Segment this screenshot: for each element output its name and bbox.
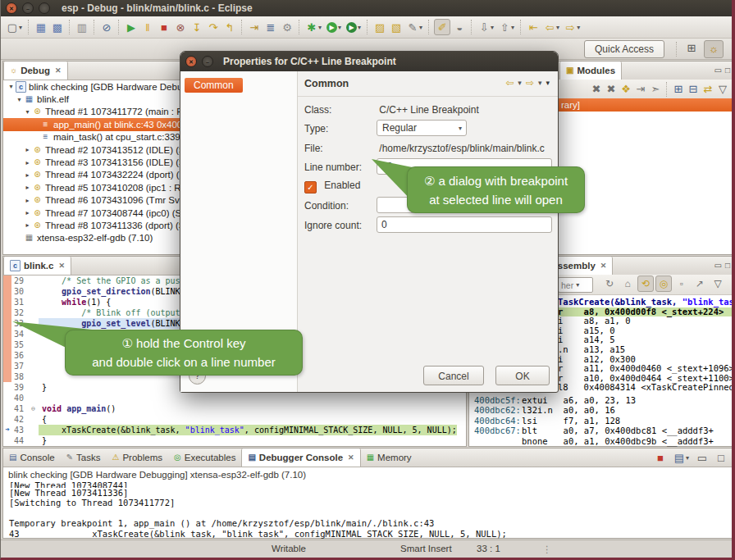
- location-input[interactable]: her ▾: [558, 277, 593, 293]
- toolbar-annotate-button[interactable]: ✎▾: [405, 19, 424, 35]
- debug-tree-row[interactable]: ▾▦blink.elf: [3, 93, 189, 105]
- status-drag-handle[interactable]: ⋮: [542, 544, 552, 555]
- tab-executables[interactable]: ◎Executables: [168, 448, 241, 467]
- tab-console[interactable]: ▤Console: [3, 448, 61, 467]
- view-menu-icon[interactable]: ▾: [546, 79, 550, 87]
- toolbar-last-edit-location-button[interactable]: ⇤: [526, 19, 541, 35]
- toolbar-suspend-button[interactable]: ‖: [140, 19, 155, 35]
- debug-tree-row[interactable]: ≡main_task() at cpu_start.c:339 0x4: [3, 131, 189, 143]
- debug-tree-row[interactable]: ▸⊛Thread #5 1073410208 (ipc1 : Runni: [3, 181, 189, 193]
- toolbar-maximize-button[interactable]: □: [714, 449, 728, 466]
- forward-icon[interactable]: ⇨: [526, 77, 534, 89]
- toolbar-instruction-stepping-button[interactable]: ⇥: [247, 19, 262, 35]
- line-number[interactable]: 35: [11, 339, 31, 350]
- close-icon[interactable]: ✕: [55, 66, 62, 75]
- toolbar-remove-button[interactable]: ✖: [590, 81, 603, 98]
- toolbar-skip-all-breakpoints-button[interactable]: ⊘: [99, 19, 114, 35]
- toolbar-sync-pc-button[interactable]: ⟲: [637, 275, 654, 292]
- debug-perspective-button[interactable]: ☼: [704, 40, 724, 58]
- toolbar-save-button[interactable]: ▦: [34, 19, 48, 35]
- line-number[interactable]: 43: [11, 425, 31, 435]
- close-icon[interactable]: ✕: [348, 453, 354, 462]
- minimize-icon[interactable]: ▭: [714, 262, 722, 270]
- toolbar-resume-button[interactable]: ▶: [124, 19, 139, 35]
- toolbar-home-button[interactable]: ⌂: [619, 275, 636, 292]
- minimize-icon[interactable]: ▭: [714, 66, 722, 75]
- enabled-checkbox[interactable]: ✓: [304, 181, 317, 193]
- close-icon[interactable]: ✕: [58, 262, 65, 270]
- debug-tree-row[interactable]: ▸⊛Thread #7 1073408744 (ipc0) (Susp: [3, 207, 189, 219]
- toolbar-terminate-console-button[interactable]: ■: [653, 449, 668, 466]
- line-number[interactable]: 37: [11, 361, 31, 371]
- chevron-right-icon[interactable]: ▸: [23, 146, 32, 153]
- debug-tree-row[interactable]: ▾⊛Thread #1 1073411772 (main : Runn: [3, 106, 189, 118]
- line-number[interactable]: 39: [11, 382, 31, 393]
- close-icon[interactable]: ✕: [600, 262, 607, 270]
- line-number[interactable]: 34: [11, 329, 31, 339]
- toolbar-collapse-all-button[interactable]: ⊟: [687, 81, 700, 98]
- line-number[interactable]: 44: [11, 435, 31, 446]
- line-number[interactable]: 31: [11, 297, 31, 307]
- debug-tree-row[interactable]: ▾cblink checking [GDB Hardware Debug: [3, 80, 189, 93]
- ok-button[interactable]: OK: [495, 366, 550, 385]
- toolbar-step-over-button[interactable]: ↷: [206, 19, 221, 35]
- window-maximize-icon[interactable]: [39, 2, 50, 14]
- toolbar-forward-button[interactable]: ⇨▾: [563, 19, 582, 35]
- back-menu-icon[interactable]: ▾: [518, 79, 522, 87]
- toolbar-refresh-button[interactable]: ↻: [601, 275, 618, 292]
- toolbar-binary-console-button[interactable]: ▥: [75, 19, 89, 35]
- toolbar-toggle-block-button[interactable]: ◒: [452, 19, 467, 35]
- maximize-icon[interactable]: □: [725, 66, 730, 75]
- tab-debugger-console[interactable]: ▤Debugger Console✕: [241, 448, 360, 467]
- debug-tree-row[interactable]: ≡app_main() at blink.c:43 0x400dbc: [3, 118, 189, 130]
- chevron-right-icon[interactable]: ▸: [23, 184, 32, 191]
- line-number[interactable]: 29: [11, 275, 31, 286]
- toolbar-pin-button[interactable]: ↗: [692, 275, 708, 292]
- toolbar-display-selected-console-button[interactable]: ▤▾: [672, 449, 691, 466]
- chevron-down-icon[interactable]: ▾: [23, 108, 32, 116]
- line-number[interactable]: 45: [11, 446, 31, 447]
- line-number[interactable]: 42: [11, 414, 31, 425]
- open-perspective-button[interactable]: ⊞: [682, 40, 701, 57]
- tab-blink-c[interactable]: c blink.c ✕: [3, 257, 71, 275]
- debug-tree-row[interactable]: ▸⊛Thread #3 1073413156 (IDLE) (Susp: [3, 156, 189, 168]
- tab-modules[interactable]: ▣ Modules: [559, 61, 622, 80]
- line-number[interactable]: 38: [11, 371, 31, 382]
- chevron-right-icon[interactable]: ▸: [23, 209, 32, 216]
- toolbar-run-button[interactable]: ▶▾: [325, 19, 343, 35]
- maximize-icon[interactable]: □: [725, 262, 730, 270]
- chevron-down-icon[interactable]: ▾: [576, 281, 579, 289]
- toolbar-thread-view-button[interactable]: ≣: [263, 19, 278, 35]
- debug-tree-row[interactable]: ▦xtensa-esp32-elf-gdb (7.10): [3, 232, 189, 244]
- toolbar-profile-button[interactable]: ▶▾: [345, 19, 363, 35]
- toolbar-open-resource-button[interactable]: ▧: [389, 19, 404, 35]
- toolbar-debug-settings-button[interactable]: ⚙: [280, 19, 294, 35]
- toolbar-mark-occurrences-button[interactable]: ✐: [434, 19, 450, 35]
- line-number[interactable]: 40: [11, 393, 31, 403]
- toolbar-view-menu-button[interactable]: ▽: [710, 275, 726, 292]
- debug-tree-row[interactable]: ▸⊛Thread #6 1073431096 (Tmr Svc) (S: [3, 194, 189, 207]
- toolbar-new-button[interactable]: ▢▾: [5, 19, 24, 35]
- toolbar-track-expression-button[interactable]: ◎: [655, 275, 672, 292]
- fold-marker-icon[interactable]: ⊖: [31, 403, 39, 414]
- line-number[interactable]: 32: [11, 307, 31, 318]
- ignore-count-input[interactable]: [377, 216, 552, 233]
- line-number[interactable]: 36: [11, 350, 31, 361]
- toolbar-minimize-button[interactable]: ▭: [695, 449, 710, 466]
- window-close-icon[interactable]: ✕: [6, 2, 17, 14]
- window-minimize-icon[interactable]: –: [22, 2, 34, 14]
- chevron-right-icon[interactable]: ▸: [23, 221, 32, 229]
- chevron-right-icon[interactable]: ▸: [23, 171, 32, 179]
- line-number[interactable]: 41: [11, 403, 31, 414]
- toolbar-remove-all-button[interactable]: ✖: [605, 81, 618, 98]
- quick-access-button[interactable]: Quick Access: [584, 40, 664, 58]
- tab-debug[interactable]: ☼ Debug ✕: [3, 61, 68, 80]
- sidebar-item-common[interactable]: Common: [185, 78, 243, 93]
- type-dropdown[interactable]: Regular ▾: [377, 120, 467, 136]
- back-icon[interactable]: ⇦: [505, 77, 514, 89]
- chevron-down-icon[interactable]: ▾: [7, 83, 16, 90]
- toolbar-view-menu-button[interactable]: ▽: [716, 81, 729, 98]
- debug-tree-row[interactable]: ▸⊛Thread #4 1073432224 (dport) (Sus: [3, 169, 189, 181]
- chevron-right-icon[interactable]: ▸: [23, 159, 32, 166]
- chevron-right-icon[interactable]: ▸: [23, 197, 32, 204]
